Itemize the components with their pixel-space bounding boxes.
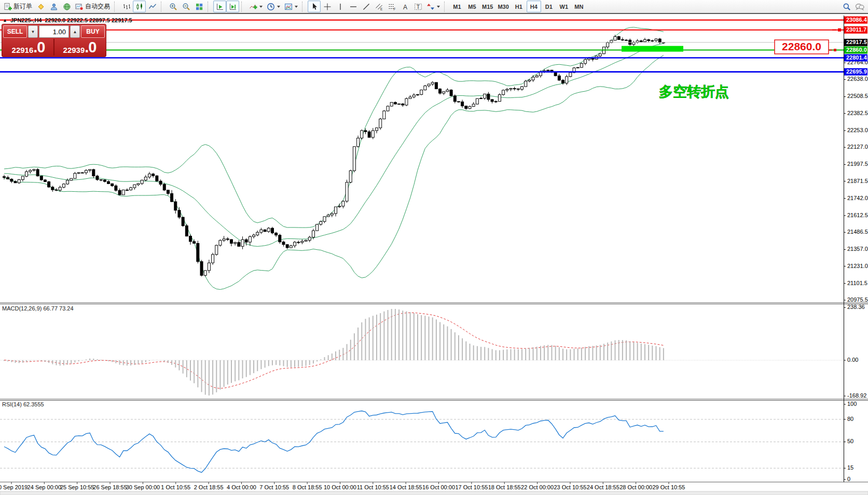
toolbar-separator — [241, 2, 245, 12]
period-mn[interactable]: MN — [572, 1, 586, 12]
line-chart-button[interactable] — [146, 1, 159, 12]
time-tick-label: 26 Sep 18:55 — [93, 484, 127, 490]
cursor-tool-button[interactable] — [308, 1, 321, 12]
svg-text:21486.5: 21486.5 — [847, 229, 868, 235]
toolbar-separator — [302, 2, 306, 12]
bar-chart-button[interactable] — [120, 1, 133, 12]
time-tick-label: 18 Oct 18:55 — [488, 484, 521, 490]
indicators-icon — [249, 3, 257, 11]
sell-button[interactable]: SELL — [3, 25, 27, 38]
period-m30[interactable]: M30 — [495, 1, 511, 12]
search-button[interactable] — [840, 1, 853, 12]
svg-text:21231.0: 21231.0 — [847, 263, 868, 269]
svg-text:238.36: 238.36 — [847, 304, 865, 310]
templates-button[interactable] — [282, 1, 300, 12]
vertical-line-tool-button[interactable] — [334, 1, 347, 12]
market-watch-icon — [37, 3, 45, 11]
tile-windows-button[interactable] — [192, 1, 205, 12]
label-tool-button[interactable]: T — [411, 1, 424, 12]
svg-text:0.00: 0.00 — [847, 357, 858, 363]
trendline-icon — [362, 3, 370, 11]
line-chart-icon — [148, 3, 157, 11]
new-order-icon — [4, 3, 12, 11]
fibonacci-tool-button[interactable]: F — [385, 1, 398, 12]
axis-price-label: 22860.0 — [846, 47, 867, 53]
time-axis: 20 Sep 201924 Sep 00:0025 Sep 10:5526 Se… — [0, 482, 685, 490]
buy-button[interactable]: BUY — [81, 25, 105, 38]
auto-trading-button[interactable]: 自动交易 — [73, 1, 112, 12]
tile-windows-icon — [195, 3, 203, 11]
svg-text:21871.5: 21871.5 — [847, 178, 868, 184]
auto-trading-icon — [75, 3, 84, 11]
macd-signal-line — [4, 313, 664, 388]
axis-price-label: 22695.9 — [846, 68, 867, 75]
candlestick-chart-button[interactable] — [133, 1, 146, 12]
trendline-tool-button[interactable] — [360, 1, 373, 12]
time-tick-label: 8 Oct 18:55 — [293, 484, 322, 490]
zoom-out-button[interactable] — [180, 1, 192, 12]
template-icon — [284, 3, 293, 11]
zoom-out-icon — [182, 3, 190, 11]
new-order-button[interactable]: 新订单 — [2, 1, 34, 12]
period-w1[interactable]: W1 — [557, 1, 571, 12]
collapse-panel-icon[interactable]: ▲ — [3, 18, 7, 23]
time-tick-label: 22 Oct 00:00 — [521, 484, 554, 490]
indicators-button[interactable] — [247, 1, 265, 12]
period-h4[interactable]: H4 — [527, 1, 541, 12]
dropdown-caret — [259, 6, 263, 8]
macd-histogram — [4, 309, 664, 395]
volume-decrease-button[interactable]: ▼ — [28, 25, 38, 38]
svg-text:22127.0: 22127.0 — [847, 144, 868, 150]
channel-tool-button[interactable]: E — [373, 1, 385, 12]
horizontal-line-tool-button[interactable] — [347, 1, 360, 12]
period-m1[interactable]: M1 — [450, 1, 464, 12]
svg-text:100: 100 — [847, 401, 857, 407]
periods-menu-button[interactable] — [265, 1, 282, 12]
time-tick-label: 29 Oct 10:55 — [653, 484, 685, 490]
zoom-in-button[interactable] — [167, 1, 180, 12]
ohlc-values: 22920.0 22922.5 22897.5 22917.5 — [45, 17, 132, 23]
auto-scroll-button[interactable] — [213, 1, 226, 12]
price-axis: 22764.022638.022508.522382.522253.022127… — [844, 17, 868, 303]
period-d1[interactable]: D1 — [542, 1, 556, 12]
time-tick-label: 25 Sep 10:55 — [60, 484, 94, 490]
sell-price-display[interactable]: 22916 .0 — [3, 39, 53, 55]
buy-price-pips: .0 — [85, 40, 96, 55]
time-tick-label: 7 Oct 10:55 — [259, 484, 289, 490]
highlight-band[interactable] — [622, 46, 683, 52]
svg-text:22382.5: 22382.5 — [847, 110, 868, 116]
callout-text: 22860.0 — [782, 40, 821, 52]
svg-text:21742.0: 21742.0 — [847, 195, 868, 201]
text-tool-button[interactable]: A — [398, 1, 411, 12]
period-h1[interactable]: H1 — [512, 1, 526, 12]
chat-button[interactable] — [853, 1, 866, 12]
navigator-button[interactable] — [47, 1, 60, 12]
chat-icon — [855, 3, 864, 11]
svg-text:21357.0: 21357.0 — [847, 246, 868, 252]
period-m15[interactable]: M15 — [480, 1, 495, 12]
svg-text:21101.5: 21101.5 — [847, 280, 867, 286]
crosshair-tool-button[interactable] — [321, 1, 334, 12]
symbol-period-label: JPN225-,H4 — [10, 17, 42, 23]
toolbar-separator — [444, 2, 448, 12]
search-icon — [843, 3, 851, 11]
arrows-tool-button[interactable] — [424, 1, 442, 12]
chart-shift-button[interactable] — [226, 1, 239, 12]
chart-canvas[interactable]: 22860.0多空转折点22764.022638.022508.522382.5… — [0, 0, 868, 495]
price-callout[interactable]: 22860.0 — [775, 40, 836, 54]
volume-increase-button[interactable]: ▲ — [70, 25, 80, 38]
dropdown-caret — [277, 6, 280, 8]
time-tick-label: 17 Oct 10:55 — [455, 484, 488, 490]
market-watch-button[interactable] — [34, 1, 47, 12]
one-click-trading-panel: SELL ▼ ▲ BUY 22916 .0 22939 .0 — [2, 24, 106, 57]
data-center-button[interactable] — [60, 1, 73, 12]
buy-price-main: 22939 — [63, 46, 85, 55]
buy-price-display[interactable]: 22939 .0 — [54, 39, 105, 55]
sell-price-main: 22916 — [12, 46, 34, 55]
annotation-note[interactable]: 多空转折点 — [659, 84, 729, 100]
auto-trading-label: 自动交易 — [85, 2, 110, 11]
volume-input[interactable] — [39, 25, 69, 38]
period-m5[interactable]: M5 — [465, 1, 479, 12]
clock-icon — [267, 3, 275, 11]
timeframe-group: M1M5M15M30H1H4D1W1MN — [450, 1, 586, 12]
